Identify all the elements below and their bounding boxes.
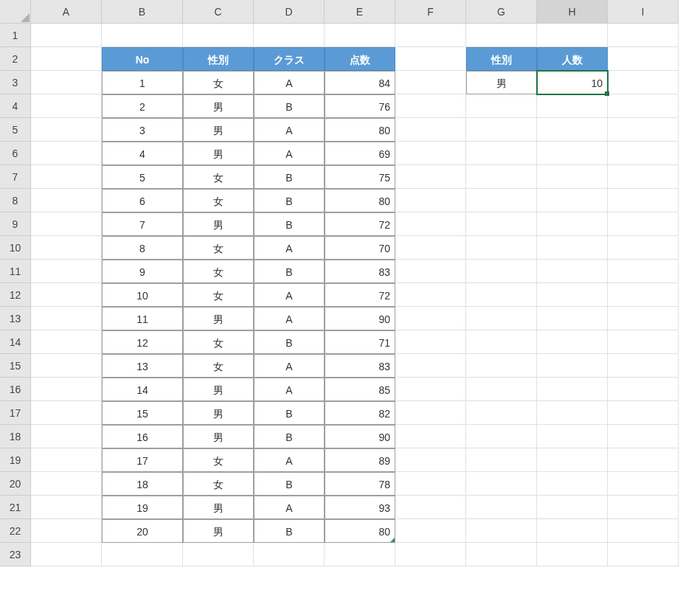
cell-A6[interactable] <box>31 142 102 165</box>
cell-D13[interactable]: A <box>254 307 325 330</box>
cell-G22[interactable] <box>466 519 537 543</box>
cell-E3[interactable]: 84 <box>325 71 395 94</box>
cell-D7[interactable]: B <box>254 165 325 189</box>
cell-G6[interactable] <box>466 142 537 165</box>
cell-H9[interactable] <box>537 212 608 236</box>
cell-I7[interactable] <box>608 165 679 189</box>
cell-A12[interactable] <box>31 283 102 307</box>
cell-A10[interactable] <box>31 236 102 260</box>
cell-F15[interactable] <box>395 354 466 378</box>
cell-A14[interactable] <box>31 330 102 354</box>
row-header-8[interactable]: 8 <box>0 189 31 212</box>
cell-H14[interactable] <box>537 330 608 354</box>
row-header-19[interactable]: 19 <box>0 448 31 472</box>
cell-G9[interactable] <box>466 212 537 236</box>
row-header-18[interactable]: 18 <box>0 425 31 448</box>
cell-H8[interactable] <box>537 189 608 212</box>
cell-G17[interactable] <box>466 401 537 425</box>
col-header-B[interactable]: B <box>102 0 183 24</box>
cell-D9[interactable]: B <box>254 212 325 236</box>
cell-B12[interactable]: 10 <box>102 283 183 307</box>
cell-I14[interactable] <box>608 330 679 354</box>
cell-D21[interactable]: A <box>254 496 325 519</box>
cell-G14[interactable] <box>466 330 537 354</box>
cell-B21[interactable]: 19 <box>102 496 183 519</box>
col-header-F[interactable]: F <box>395 0 466 24</box>
row-header-10[interactable]: 10 <box>0 236 31 260</box>
cell-E22[interactable]: 80 <box>325 519 395 543</box>
fill-handle[interactable] <box>605 91 609 96</box>
col-header-D[interactable]: D <box>254 0 325 24</box>
cell-I23[interactable] <box>608 543 679 566</box>
cell-F3[interactable] <box>395 71 466 94</box>
cell-G19[interactable] <box>466 448 537 472</box>
cell-D20[interactable]: B <box>254 472 325 496</box>
cell-C22[interactable]: 男 <box>183 519 254 543</box>
cell-G11[interactable] <box>466 260 537 283</box>
cell-C21[interactable]: 男 <box>183 496 254 519</box>
cell-D12[interactable]: A <box>254 283 325 307</box>
cell-F5[interactable] <box>395 118 466 142</box>
row-header-2[interactable]: 2 <box>0 47 31 71</box>
cell-I22[interactable] <box>608 519 679 543</box>
row-header-15[interactable]: 15 <box>0 354 31 378</box>
cell-G15[interactable] <box>466 354 537 378</box>
cell-F20[interactable] <box>395 472 466 496</box>
cell-C12[interactable]: 女 <box>183 283 254 307</box>
cell-C23[interactable] <box>183 543 254 566</box>
col-header-H[interactable]: H <box>537 0 608 24</box>
row-header-13[interactable]: 13 <box>0 307 31 330</box>
cell-C16[interactable]: 男 <box>183 378 254 401</box>
row-header-4[interactable]: 4 <box>0 94 31 118</box>
col-header-A[interactable]: A <box>31 0 102 24</box>
cell-E23[interactable] <box>325 543 395 566</box>
cell-C1[interactable] <box>183 24 254 47</box>
cell-C18[interactable]: 男 <box>183 425 254 448</box>
cell-B1[interactable] <box>102 24 183 47</box>
cell-B14[interactable]: 12 <box>102 330 183 354</box>
cell-H5[interactable] <box>537 118 608 142</box>
cell-G8[interactable] <box>466 189 537 212</box>
row-header-7[interactable]: 7 <box>0 165 31 189</box>
cell-E6[interactable]: 69 <box>325 142 395 165</box>
select-all-corner[interactable] <box>0 0 31 24</box>
cell-F2[interactable] <box>395 47 466 71</box>
cell-H21[interactable] <box>537 496 608 519</box>
col-header-E[interactable]: E <box>325 0 395 24</box>
cell-I4[interactable] <box>608 94 679 118</box>
cell-A23[interactable] <box>31 543 102 566</box>
cell-B8[interactable]: 6 <box>102 189 183 212</box>
cell-H20[interactable] <box>537 472 608 496</box>
cell-E11[interactable]: 83 <box>325 260 395 283</box>
cell-A2[interactable] <box>31 47 102 71</box>
cell-I5[interactable] <box>608 118 679 142</box>
cell-C17[interactable]: 男 <box>183 401 254 425</box>
cell-C8[interactable]: 女 <box>183 189 254 212</box>
cell-E8[interactable]: 80 <box>325 189 395 212</box>
row-header-21[interactable]: 21 <box>0 496 31 519</box>
cell-E17[interactable]: 82 <box>325 401 395 425</box>
cell-A19[interactable] <box>31 448 102 472</box>
cell-D1[interactable] <box>254 24 325 47</box>
cell-G5[interactable] <box>466 118 537 142</box>
cell-E7[interactable]: 75 <box>325 165 395 189</box>
cell-E12[interactable]: 72 <box>325 283 395 307</box>
cell-F21[interactable] <box>395 496 466 519</box>
cell-D15[interactable]: A <box>254 354 325 378</box>
row-header-16[interactable]: 16 <box>0 378 31 401</box>
cell-D23[interactable] <box>254 543 325 566</box>
cell-F9[interactable] <box>395 212 466 236</box>
cell-G16[interactable] <box>466 378 537 401</box>
cell-I11[interactable] <box>608 260 679 283</box>
cell-A18[interactable] <box>31 425 102 448</box>
cell-F6[interactable] <box>395 142 466 165</box>
cell-H12[interactable] <box>537 283 608 307</box>
cell-I9[interactable] <box>608 212 679 236</box>
cell-H16[interactable] <box>537 378 608 401</box>
cell-I15[interactable] <box>608 354 679 378</box>
main-header-class[interactable]: クラス <box>254 47 325 71</box>
cell-B20[interactable]: 18 <box>102 472 183 496</box>
cell-A21[interactable] <box>31 496 102 519</box>
row-header-23[interactable]: 23 <box>0 543 31 566</box>
cell-I21[interactable] <box>608 496 679 519</box>
